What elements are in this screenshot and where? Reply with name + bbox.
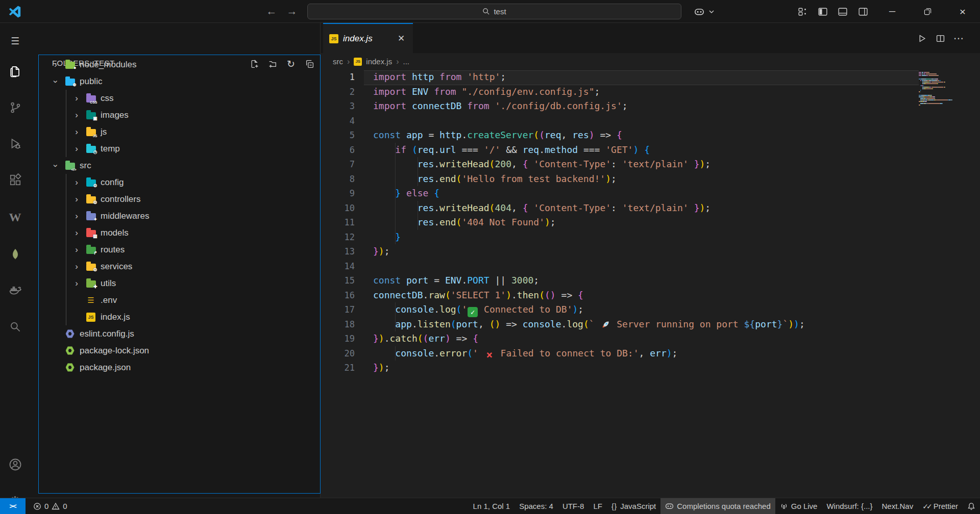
tree-item-src[interactable]: ›</>src	[39, 157, 320, 174]
breadcrumb-folder[interactable]: src	[333, 57, 343, 66]
code-line-3[interactable]: 3import connectDB from './config/db.conf…	[321, 99, 980, 114]
chevron-icon[interactable]: ›	[71, 110, 82, 120]
nav-back-button[interactable]: ←	[263, 4, 280, 20]
file-tree[interactable]: ›●node_modules›⊕public›CSScss›▣images›JS…	[38, 55, 321, 494]
code-line-17[interactable]: 17 console.log('✓ Connected to DB');	[321, 302, 980, 317]
breadcrumb-symbol[interactable]: ...	[403, 57, 410, 66]
chevron-down-icon[interactable]	[707, 5, 716, 19]
run-file-icon[interactable]	[915, 31, 929, 45]
chevron-icon[interactable]: ›	[51, 76, 61, 87]
code-editor[interactable]: 1import http from 'http';2import ENV fro…	[321, 70, 980, 498]
status-item-language-mode[interactable]: {}JavaScript	[607, 498, 660, 514]
chevron-icon[interactable]: ›	[71, 245, 82, 255]
problems-status[interactable]: 0 0	[29, 498, 72, 514]
windsurf-icon[interactable]: W	[0, 204, 30, 230]
chevron-icon[interactable]: ›	[71, 278, 82, 289]
chevron-icon[interactable]: ›	[51, 160, 61, 171]
code-line-21[interactable]: 21});	[321, 361, 980, 375]
code-line-2[interactable]: 2import ENV from "./config/env.config.js…	[321, 85, 980, 99]
code-line-7[interactable]: 7 res.writeHead(200, { 'Content-Type': '…	[321, 157, 980, 172]
chevron-icon[interactable]: ›	[71, 93, 82, 104]
menu-icon[interactable]: ☰	[0, 28, 30, 54]
tree-item-css[interactable]: ›CSScss	[39, 90, 320, 107]
explorer-icon[interactable]	[0, 58, 30, 85]
chevron-icon[interactable]: ›	[71, 228, 82, 238]
code-line-12[interactable]: 12 }	[321, 230, 980, 245]
chevron-icon[interactable]: ›	[71, 177, 82, 188]
code-line-8[interactable]: 8 res.end('Hello from test backend!');	[321, 172, 980, 187]
tree-item-public[interactable]: ›⊕public	[39, 73, 320, 90]
tree-item-package-json[interactable]: package.json	[39, 359, 320, 376]
chevron-icon[interactable]: ›	[50, 60, 61, 70]
more-actions-icon[interactable]: ⋯	[951, 31, 966, 45]
restore-button[interactable]	[912, 0, 943, 23]
tree-item-package-lock-json[interactable]: package-lock.json	[39, 342, 320, 359]
tree-item-temp[interactable]: ›◷temp	[39, 140, 320, 157]
code-line-6[interactable]: 6 if (req.url === '/' && req.method === …	[321, 143, 980, 158]
status-item-encoding[interactable]: UTF-8	[558, 498, 589, 514]
breadcrumb-file[interactable]: index.js	[366, 57, 392, 66]
tree-item-routes[interactable]: ›↱routes	[39, 241, 320, 258]
code-line-15[interactable]: 15const port = ENV.PORT || 3000;	[321, 273, 980, 288]
status-item-next-nav[interactable]: Next.Nav	[877, 498, 918, 514]
tab-close-icon[interactable]: ✕	[396, 33, 407, 44]
code-line-20[interactable]: 20 console.error(' × Failed to connect t…	[321, 346, 980, 361]
tree-item-images[interactable]: ›▣images	[39, 107, 320, 123]
split-editor-icon[interactable]	[933, 31, 947, 45]
remote-indicator[interactable]: ><	[0, 498, 26, 514]
code-line-18[interactable]: 18 app.listen(port, () => console.log(` …	[321, 317, 980, 332]
code-line-16[interactable]: 16connectDB.raw('SELECT 1').then(() => {	[321, 288, 980, 303]
close-button[interactable]: ×	[947, 0, 978, 23]
tree-item--env[interactable]: ☰.env	[39, 292, 320, 309]
toggle-primary-sidebar-icon[interactable]	[816, 5, 830, 19]
nav-forward-button[interactable]: →	[284, 4, 300, 20]
tree-item-controllers[interactable]: ›⚙controllers	[39, 191, 320, 208]
code-line-19[interactable]: 19}).catch((err) => {	[321, 331, 980, 346]
status-item-windsurf[interactable]: Windsurf: {...}	[822, 498, 877, 514]
minimap[interactable]	[919, 72, 953, 106]
code-line-5[interactable]: 5const app = http.createServer((req, res…	[321, 128, 980, 143]
mongodb-icon[interactable]	[0, 241, 30, 267]
status-item-prettier[interactable]: ✓✓Prettier	[918, 498, 963, 514]
tree-item-eslint-config-js[interactable]: eslint.config.js	[39, 325, 320, 342]
status-item-eol[interactable]: LF	[589, 498, 607, 514]
tree-item-node-modules[interactable]: ›●node_modules	[39, 56, 320, 73]
tree-item-middlewares[interactable]: ›✦middlewares	[39, 208, 320, 224]
chevron-icon[interactable]: ›	[71, 127, 82, 137]
breadcrumb[interactable]: src › JS index.js › ...	[321, 53, 980, 70]
tree-item-utils[interactable]: ›✚utils	[39, 275, 320, 292]
tree-item-index-js[interactable]: JSindex.js	[39, 309, 320, 325]
customize-layout-icon[interactable]	[796, 5, 810, 19]
run-and-debug-icon[interactable]	[0, 131, 30, 157]
copilot-icon[interactable]	[692, 5, 706, 19]
status-item-copilot-status[interactable]: Completions quota reached	[660, 498, 775, 514]
chevron-icon[interactable]: ›	[71, 262, 82, 272]
source-control-icon[interactable]	[0, 94, 30, 121]
chevron-icon[interactable]: ›	[71, 211, 82, 221]
code-line-4[interactable]: 4	[321, 114, 980, 128]
code-line-10[interactable]: 10 res.writeHead(404, { 'Content-Type': …	[321, 201, 980, 216]
search-icon[interactable]	[0, 314, 30, 340]
status-item-notifications[interactable]	[963, 498, 980, 514]
status-item-indentation[interactable]: Spaces: 4	[514, 498, 558, 514]
chevron-icon[interactable]: ›	[71, 194, 82, 204]
tree-item-services[interactable]: ›⚙services	[39, 258, 320, 275]
accounts-icon[interactable]	[0, 451, 30, 478]
toggle-secondary-sidebar-icon[interactable]	[856, 5, 870, 19]
code-line-14[interactable]: 14	[321, 259, 980, 274]
chevron-icon[interactable]: ›	[71, 144, 82, 154]
code-line-9[interactable]: 9 } else {	[321, 186, 980, 201]
status-item-go-live[interactable]: Go Live	[775, 498, 822, 514]
tree-item-models[interactable]: ›▤models	[39, 224, 320, 241]
tab-index-js[interactable]: JS index.js ✕	[323, 23, 413, 53]
status-item-cursor-position[interactable]: Ln 1, Col 1	[469, 498, 515, 514]
command-center-search[interactable]: test	[307, 4, 681, 19]
code-line-1[interactable]: 1import http from 'http';	[321, 70, 980, 85]
docker-icon[interactable]	[0, 277, 30, 303]
code-line-11[interactable]: 11 res.end('404 Not Found');	[321, 215, 980, 230]
tree-item-js[interactable]: ›JSjs	[39, 123, 320, 140]
minimize-button[interactable]: ─	[876, 0, 908, 23]
extensions-icon[interactable]	[0, 167, 30, 193]
tree-item-config[interactable]: ›⚙config	[39, 174, 320, 191]
toggle-panel-icon[interactable]	[836, 5, 850, 19]
